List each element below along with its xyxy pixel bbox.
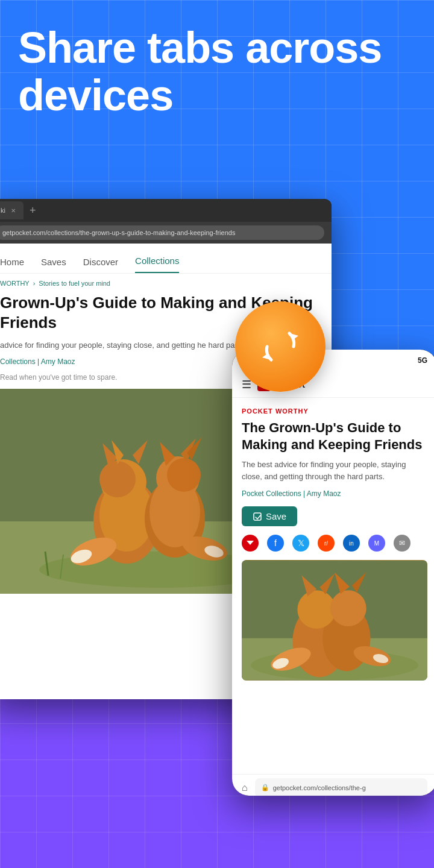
sync-icon-container [235,301,326,392]
phone-article-title: The Grown-Up's Guide to Making and Keepi… [242,420,427,453]
facebook-icon: f [274,538,277,548]
pocket-navigation: Home Saves Discover Collections [0,244,332,274]
hero-title: Share tabs across devices [18,24,416,119]
home-icon[interactable]: ⌂ [242,782,248,793]
tab-close-button[interactable]: ✕ [9,206,17,215]
phone-bottom-bar: ⌂ 🔒 getpocket.com/collections/the-g [232,774,434,796]
share-facebook-button[interactable]: f [267,535,284,552]
address-bar[interactable]: getpocket.com/collections/the-grown-up-s… [0,225,324,240]
linkedin-icon: in [349,540,354,547]
nav-discover[interactable]: Discover [83,257,118,273]
share-reddit-button[interactable]: r/ [318,535,335,552]
fox-image-phone [242,560,427,681]
breadcrumb-stories: Stories to fuel your mind [39,280,110,287]
tab-label: :ki [0,207,5,214]
laptop-tabbar: :ki ✕ + [0,199,332,222]
meta-author: Amy Maoz [41,357,75,366]
save-button[interactable]: Save [242,506,297,526]
pocket-share-icon [246,539,254,547]
nav-saves[interactable]: Saves [41,257,66,273]
browser-tab[interactable]: :ki ✕ [0,201,24,219]
share-twitter-button[interactable]: 𝕏 [292,535,309,552]
phone-meta-author: Amy Maoz [307,489,341,498]
fox-svg-phone [242,560,427,681]
mastodon-icon: M [374,540,379,547]
save-button-label: Save [266,511,286,521]
sync-circle [235,301,326,392]
svg-point-13 [167,458,201,492]
nav-collections[interactable]: Collections [135,256,179,273]
email-icon: ✉ [399,539,405,547]
breadcrumb: WORTHY › Stories to fuel your mind [0,274,332,289]
share-email-button[interactable]: ✉ [394,535,410,552]
svg-point-6 [99,461,136,497]
phone-url-text: getpocket.com/collections/the-g [273,784,366,791]
nav-home[interactable]: Home [0,257,24,273]
status-signal: 5G [418,356,427,365]
phone-url-bar[interactable]: 🔒 getpocket.com/collections/the-g [255,778,427,796]
reddit-icon: r/ [324,540,328,547]
address-text: getpocket.com/collections/the-grown-up-s… [2,229,235,236]
sync-arrows-svg [256,322,304,371]
share-mastodon-button[interactable]: M [368,535,385,552]
laptop-addressbar: getpocket.com/collections/the-grown-up-s… [0,222,332,244]
social-share-bar: f 𝕏 r/ in M ✉ [242,535,427,552]
breadcrumb-worthy: WORTHY [0,280,30,287]
share-pocket-button[interactable] [242,535,259,552]
phone-article-meta: Pocket Collections | Amy Maoz [242,489,427,498]
phone-meta-source: Pocket Collections [242,489,301,498]
phone-mockup: 9:30 5G ☰ pocket POCKET WORTHY The Grown… [232,350,434,796]
breadcrumb-separator: › [33,280,36,287]
meta-source: Collections [0,357,36,366]
svg-point-33 [297,590,336,629]
svg-point-34 [330,590,366,626]
phone-article-desc: The best advice for finding your people,… [242,459,427,482]
new-tab-button[interactable]: + [27,204,39,217]
pocket-worthy-label: POCKET WORTHY [242,407,427,415]
share-linkedin-button[interactable]: in [343,535,360,552]
save-icon [253,512,262,521]
twitter-icon: 𝕏 [298,538,304,548]
phone-article-content: POCKET WORTHY The Grown-Up's Guide to Ma… [232,398,434,774]
lock-icon: 🔒 [261,784,269,791]
